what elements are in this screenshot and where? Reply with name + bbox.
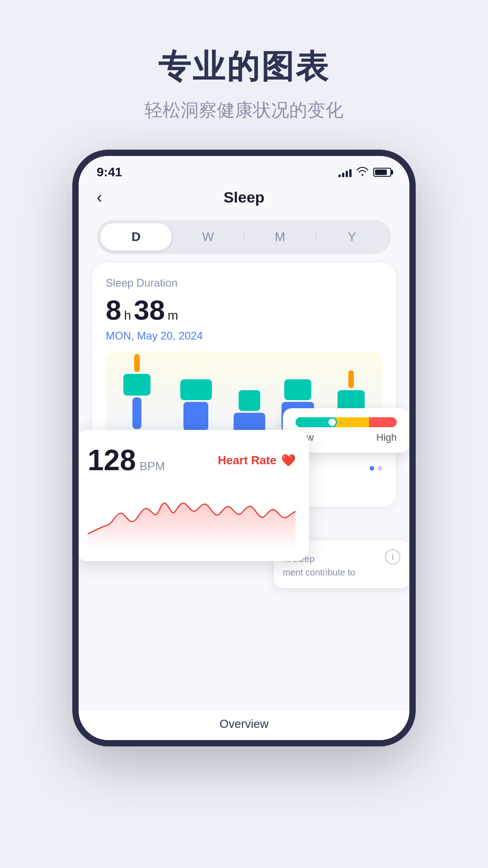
nav-header: ‹ Sleep [79,184,409,215]
page-title: 专业的图表 [145,45,343,89]
overview-tab[interactable]: Overview [220,717,268,731]
heart-icon: ❤️ [281,453,296,467]
status-icons [338,166,391,179]
chart-dot-1 [370,466,374,471]
hr-value-row: 128 BPM [88,443,165,477]
chart-dot-2 [378,466,382,471]
tab-day[interactable]: D [100,223,172,250]
heart-rate-card: 128 BPM Heart Rate ❤️ [74,430,309,561]
info-icon: i [385,549,400,565]
tab-year[interactable]: Y [316,223,388,250]
tab-month[interactable]: M [244,223,316,250]
hr-header: 128 BPM Heart Rate ❤️ [88,443,296,477]
sleep-minutes-unit: m [168,308,178,323]
sleep-date: MON, May 20, 2024 [106,330,382,342]
period-tabs: D W M Y [97,220,391,254]
sleep-duration-value: 8 h 38 m [106,294,382,326]
status-bar: 9:41 [79,156,409,184]
sleep-hours-unit: h [124,308,131,323]
phone-frame: 9:41 [72,150,416,746]
chart-dots [370,466,382,471]
battery-icon [373,168,391,177]
wifi-icon [356,166,369,179]
status-time: 9:41 [97,165,122,179]
tooltip-high-label: High [376,432,397,443]
phone-content: Sleep Duration 8 h 38 m MON, May 20, 202… [92,263,396,543]
tab-week[interactable]: W [172,223,244,250]
page-header: 专业的图表 轻松洞察健康状况的变化 [145,0,343,123]
signal-bars-icon [338,167,352,177]
sleep-duration-label: Sleep Duration [106,277,382,289]
hr-unit: BPM [140,459,165,473]
hr-chart [88,484,296,547]
tooltip-labels: Low High [296,432,397,443]
hr-number: 128 [88,443,136,477]
back-button[interactable]: ‹ [97,188,102,207]
hr-title: Heart Rate [218,453,277,467]
hr-chart-svg [88,484,296,547]
overview-bar: Overview [79,709,409,740]
hr-title-row: Heart Rate ❤️ [218,453,296,467]
sleep-minutes: 38 [134,294,165,326]
page-subtitle: 轻松洞察健康状况的变化 [145,98,343,123]
nav-title: Sleep [224,189,265,206]
sleep-hours: 8 [106,294,121,326]
